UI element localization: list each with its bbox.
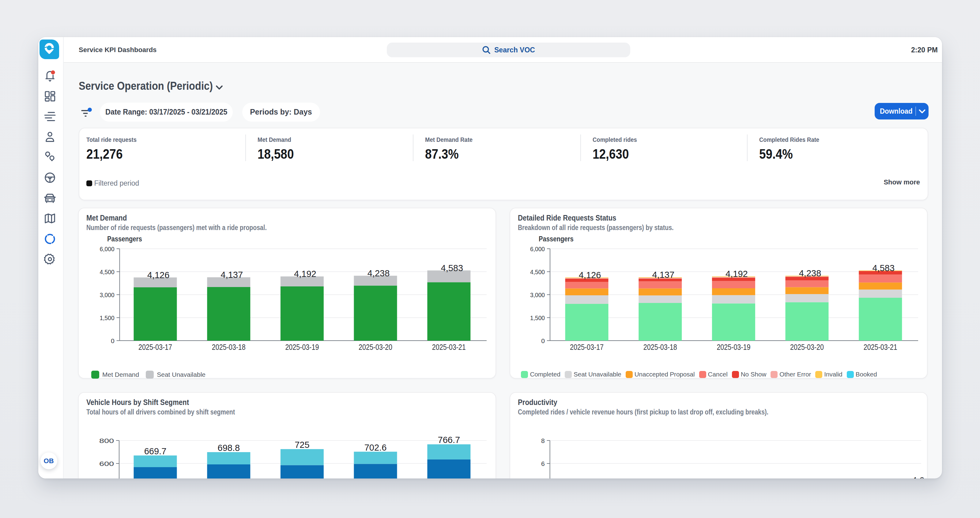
svg-text:3,000: 3,000 <box>100 291 115 298</box>
svg-text:2025-03-19: 2025-03-19 <box>285 343 319 351</box>
svg-text:1,500: 1,500 <box>530 314 545 321</box>
svg-text:2025-03-19: 2025-03-19 <box>717 343 750 351</box>
svg-text:698.8: 698.8 <box>218 443 240 453</box>
svg-text:4,238: 4,238 <box>799 268 821 278</box>
svg-text:4,137: 4,137 <box>652 270 675 280</box>
svg-text:4,583: 4,583 <box>872 263 895 273</box>
svg-text:766.7: 766.7 <box>438 435 460 445</box>
svg-text:800: 800 <box>99 437 114 444</box>
svg-text:2025-03-18: 2025-03-18 <box>643 343 677 351</box>
svg-text:2025-03-18: 2025-03-18 <box>212 343 246 351</box>
svg-text:4,500: 4,500 <box>530 268 545 276</box>
svg-text:4,192: 4,192 <box>725 269 748 279</box>
svg-text:0: 0 <box>541 337 545 344</box>
svg-text:702.6: 702.6 <box>364 443 387 453</box>
svg-text:1,500: 1,500 <box>100 314 115 321</box>
svg-text:2025-03-17: 2025-03-17 <box>138 343 172 351</box>
svg-text:6,000: 6,000 <box>530 245 545 252</box>
svg-text:6,000: 6,000 <box>100 245 115 252</box>
svg-text:2025-03-17: 2025-03-17 <box>570 343 604 351</box>
svg-text:0: 0 <box>111 337 115 344</box>
svg-text:8: 8 <box>541 437 545 444</box>
svg-text:600: 600 <box>99 460 114 467</box>
svg-text:4,192: 4,192 <box>294 269 317 279</box>
svg-text:2025-03-20: 2025-03-20 <box>359 343 392 351</box>
svg-text:669.7: 669.7 <box>144 446 167 456</box>
svg-text:4,137: 4,137 <box>221 270 243 280</box>
svg-text:4,500: 4,500 <box>100 268 115 276</box>
svg-text:2025-03-20: 2025-03-20 <box>790 343 824 351</box>
svg-text:725: 725 <box>294 440 309 450</box>
svg-text:3,000: 3,000 <box>530 291 545 298</box>
svg-text:4.6: 4.6 <box>912 475 924 478</box>
svg-text:2025-03-21: 2025-03-21 <box>432 343 466 351</box>
svg-text:4,126: 4,126 <box>147 270 170 280</box>
svg-text:4,238: 4,238 <box>368 268 390 278</box>
svg-text:2025-03-21: 2025-03-21 <box>864 343 897 351</box>
svg-text:4,126: 4,126 <box>579 270 601 280</box>
svg-text:6: 6 <box>541 460 545 467</box>
svg-text:4,583: 4,583 <box>441 263 463 273</box>
